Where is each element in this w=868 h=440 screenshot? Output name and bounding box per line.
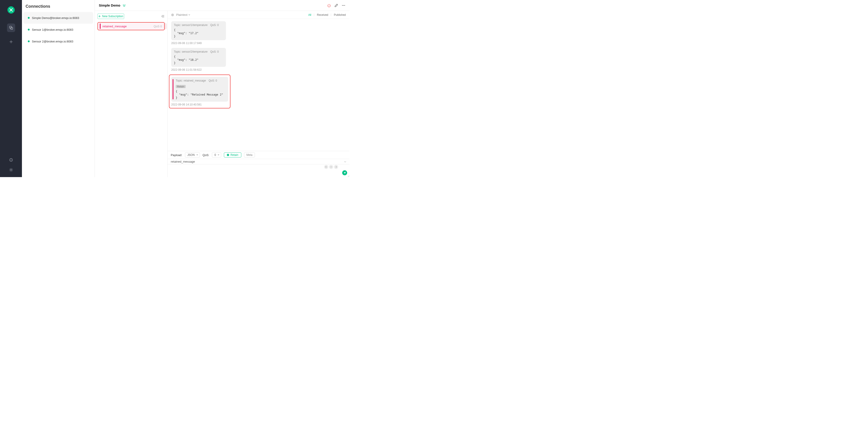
connection-item[interactable]: Simple Demo@broker.emqx.io:8083 [23,12,93,24]
svg-point-5 [11,169,11,170]
nav-info-icon[interactable] [9,158,13,162]
svg-point-3 [11,159,11,160]
nav-rail [0,0,22,177]
message-item: Topic: sensor/2/temperature QoS: 0 { "ms… [171,48,226,71]
filter-published[interactable]: Published [334,13,346,16]
topic-chevron-down-icon[interactable] [344,161,346,163]
payload-format-select[interactable]: JSON [185,153,200,158]
subscription-topic: retained_message [102,25,154,28]
svg-point-8 [344,5,345,6]
sub-color-bar [100,24,101,29]
message-qos: QoS: 0 [210,50,219,53]
message-timestamp: 2022-09-06 11:00:17:849 [171,41,226,45]
connection-label: Sensor 2@broker.emqx.io:8083 [32,40,73,43]
message-timestamp: 2022-09-06 14:10:40:581 [171,103,228,106]
status-dot-icon [28,29,30,31]
connection-item[interactable]: Sensor 2@broker.emqx.io:8083 [23,35,93,47]
send-icon [343,171,346,174]
message-qos: QoS: 0 [209,79,217,82]
highlighted-message: Topic: retained_message QoS: 0 Retain { … [169,74,230,108]
edit-icon[interactable] [335,4,338,7]
send-button[interactable] [342,170,347,175]
qos-label: QoS: [203,154,210,157]
subscription-qos: QoS 0 [154,25,162,28]
message-body: { "msg": "17.2" } [174,29,219,38]
history-clear-icon[interactable] [329,165,333,169]
chevron-down-icon [188,14,190,16]
message-topic: Topic: sensor/1/temperature [174,24,208,27]
nav-add-icon[interactable] [7,37,15,46]
payload-label: Payload: [171,154,182,157]
message-qos: QoS: 0 [210,24,219,27]
nav-settings-icon[interactable] [9,168,13,172]
topic-input[interactable]: retained_message [171,160,344,163]
plus-icon [98,15,101,18]
connection-title: Simple Demo [99,3,120,7]
encoding-label: Plaintext [176,13,187,16]
nav-connections-icon[interactable] [7,24,15,32]
msg-color-bar [173,79,174,99]
svg-rect-4 [11,160,11,161]
message-body: { "msg": "Retained Message 2" } [176,90,225,99]
messages-column: Plaintext All Received Published [167,11,349,177]
connections-title: Connections [22,0,95,12]
message-item: Topic: retained_message QoS: 0 Retain { … [171,77,228,106]
history-next-icon[interactable] [334,165,338,169]
message-body: { "msg": "18.2" } [174,55,219,65]
new-subscription-label: New Subscription [102,15,123,18]
qos-select[interactable]: 0 [212,153,221,158]
svg-point-6 [342,5,343,6]
expand-icon[interactable] [123,4,126,7]
filter-received[interactable]: Received [317,13,328,16]
history-prev-icon[interactable] [324,165,328,169]
encoding-select[interactable]: Plaintext [176,13,190,16]
top-bar: Simple Demo [95,0,349,11]
app-logo [7,6,15,13]
subscription-item[interactable]: retained_message QoS 0 [97,22,165,30]
retain-toggle[interactable]: Retain [224,153,241,158]
message-timestamp: 2022-09-06 11:01:58:622 [171,68,226,71]
new-subscription-button[interactable]: New Subscription [97,13,124,19]
logo-icon [9,8,13,12]
messages-toolbar: Plaintext All Received Published [167,11,349,19]
resize-handle-icon[interactable] [347,175,349,177]
meta-button[interactable]: Meta [244,153,255,158]
retain-badge: Retain [176,85,186,88]
subscriptions-column: New Subscription retained_message QoS 0 [95,11,167,177]
message-item: Topic: sensor/1/temperature QoS: 0 { "ms… [171,21,226,45]
message-list: Topic: sensor/1/temperature QoS: 0 { "ms… [167,19,349,151]
connection-label: Sensor 1@broker.emqx.io:8083 [32,28,73,31]
encoding-status-icon [171,13,174,16]
svg-point-7 [343,5,344,6]
publish-bar: Payload: JSON QoS: 0 Retain Meta retaine… [167,151,349,177]
status-dot-icon [28,40,30,42]
connection-item[interactable]: Sensor 1@broker.emqx.io:8083 [23,24,93,35]
disconnect-icon[interactable] [327,4,331,7]
payload-editor[interactable] [167,164,349,177]
main-area: Simple Demo New Subscription [95,0,349,177]
filter-separator [331,13,331,16]
message-topic: Topic: sensor/2/temperature [174,50,208,53]
check-icon [227,154,229,156]
message-topic: Topic: retained_message [176,79,206,82]
filter-all[interactable]: All [308,13,311,16]
more-icon[interactable] [342,4,345,7]
connections-panel: Connections Simple Demo@broker.emqx.io:8… [22,0,95,177]
collapse-subs-icon[interactable] [161,15,165,18]
status-dot-icon [28,17,30,19]
connection-label: Simple Demo@broker.emqx.io:8083 [32,16,79,20]
